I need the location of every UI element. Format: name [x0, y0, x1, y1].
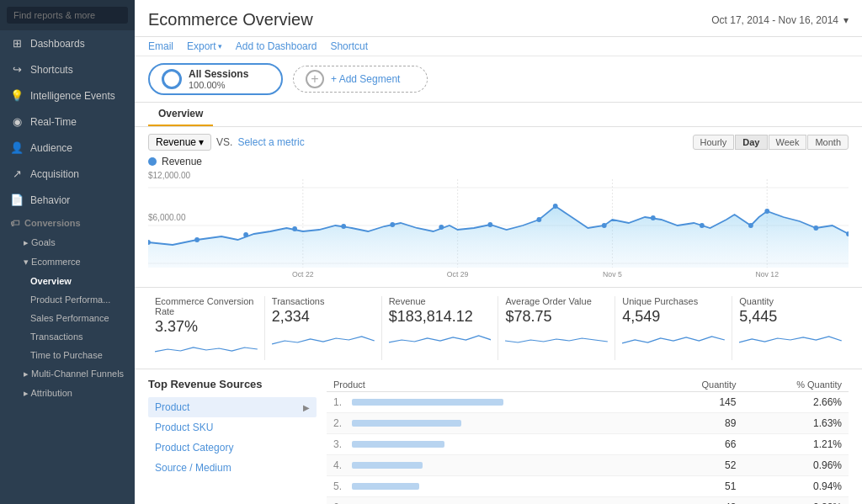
source-label-product: Product	[155, 401, 189, 413]
stat-label-conversion: Ecommerce Conversion Rate	[155, 296, 258, 316]
source-label-sku: Product SKU	[155, 422, 213, 433]
sidebar-label-realtime: Real-Time	[30, 116, 77, 128]
svg-text:Nov 5: Nov 5	[603, 270, 622, 279]
sidebar-subitem-sales-perf[interactable]: Sales Performance	[0, 309, 135, 327]
sidebar-item-realtime[interactable]: ◉ Real-Time	[0, 109, 135, 135]
stat-label-quantity: Quantity	[739, 296, 842, 306]
segment-bar: All Sessions 100.00% + + Add Segment	[135, 56, 862, 103]
time-hourly-button[interactable]: Hourly	[693, 135, 735, 150]
export-button[interactable]: Export ▾	[187, 40, 222, 52]
table-cell-pct: 0.96%	[742, 455, 849, 476]
revenue-sources-title: Top Revenue Sources	[148, 378, 317, 390]
revenue-sources-panel: Top Revenue Sources Product ▶ Product SK…	[148, 378, 317, 504]
email-button[interactable]: Email	[148, 40, 173, 52]
sparkline-unique	[622, 329, 725, 350]
sidebar-subitem-attribution[interactable]: ▸ Attribution	[0, 384, 135, 403]
time-month-button[interactable]: Month	[807, 135, 849, 150]
table-cell-product: 5.	[327, 476, 657, 497]
add-dashboard-button[interactable]: Add to Dashboard	[236, 40, 317, 52]
y-label-high: $12,000.00	[148, 171, 190, 180]
sidebar-subitem-transactions[interactable]: Transactions	[0, 327, 135, 346]
add-segment-button[interactable]: + + Add Segment	[293, 66, 428, 93]
stat-label-unique: Unique Purchases	[622, 296, 725, 306]
table-cell-quantity: 66	[657, 434, 742, 455]
svg-text:Oct 22: Oct 22	[292, 270, 314, 279]
tabs: Overview	[135, 103, 862, 127]
dashboards-icon: ⊞	[10, 37, 24, 50]
sidebar-item-acquisition[interactable]: ↗ Acquisition	[0, 161, 135, 187]
revenue-label-text: Revenue	[162, 156, 202, 167]
stat-revenue: Revenue $183,814.12	[382, 296, 499, 360]
realtime-icon: ◉	[10, 115, 24, 128]
sidebar-label-dashboards: Dashboards	[30, 38, 85, 50]
metric-revenue-button[interactable]: Revenue ▾	[148, 134, 211, 151]
calendar-icon: ▾	[843, 14, 849, 26]
stat-value-avg-order: $78.75	[505, 308, 608, 326]
time-week-button[interactable]: Week	[769, 135, 807, 150]
time-day-button[interactable]: Day	[735, 135, 767, 150]
segment-percent: 100.00%	[189, 80, 248, 90]
source-item-product-category[interactable]: Product Category	[148, 438, 317, 458]
select-metric-button[interactable]: Select a metric	[237, 136, 304, 148]
sidebar-subitem-ecommerce[interactable]: ▾ Ecommerce	[0, 252, 135, 272]
sidebar-item-dashboards[interactable]: ⊞ Dashboards	[0, 30, 135, 56]
stat-label-revenue: Revenue	[389, 296, 492, 306]
date-range-text: Oct 17, 2014 - Nov 16, 2014	[711, 14, 838, 26]
source-item-product-sku[interactable]: Product SKU	[148, 417, 317, 438]
table-cell-pct: 2.66%	[742, 392, 849, 413]
sidebar-item-behavior[interactable]: 📄 Behavior	[0, 187, 135, 213]
tab-overview[interactable]: Overview	[148, 103, 213, 126]
table-row: 1.1452.66%	[327, 392, 849, 413]
chart-container: $12,000.00 $6,000.00 Oct 22 Oct 29 Nov 5…	[148, 171, 849, 280]
svg-point-25	[764, 209, 769, 214]
svg-point-17	[439, 225, 444, 230]
sidebar-subitem-time-to-purchase[interactable]: Time to Purchase	[0, 346, 135, 364]
sparkline-quantity	[739, 329, 842, 350]
table-cell-quantity: 52	[657, 455, 742, 476]
table-cell-pct: 1.21%	[742, 434, 849, 455]
sidebar-subitem-overview[interactable]: Overview	[0, 272, 135, 290]
sidebar-subitem-goals[interactable]: ▸ Goals	[0, 233, 135, 252]
sidebar-item-intelligence[interactable]: 💡 Intelligence Events	[0, 82, 135, 109]
svg-point-13	[243, 232, 248, 237]
sidebar-item-audience[interactable]: 👤 Audience	[0, 135, 135, 161]
table-cell-pct: 0.94%	[742, 476, 849, 497]
segment-circle-icon	[162, 69, 182, 89]
svg-point-22	[651, 215, 656, 220]
stat-transactions: Transactions 2,334	[265, 296, 382, 360]
sparkline-conversion	[155, 339, 258, 360]
table-cell-product: 1.	[327, 392, 657, 413]
sidebar-item-conversions[interactable]: 🏷 Conversions	[0, 213, 135, 233]
col-header-pct-qty: % Quantity	[742, 378, 849, 392]
stat-avg-order: Average Order Value $78.75	[498, 296, 615, 360]
table-cell-pct: 0.88%	[742, 497, 849, 505]
all-sessions-segment[interactable]: All Sessions 100.00%	[148, 63, 283, 95]
source-item-product[interactable]: Product ▶	[148, 397, 317, 417]
search-input[interactable]	[7, 7, 128, 24]
toolbar: Email Export ▾ Add to Dashboard Shortcut	[135, 37, 862, 56]
sidebar-subitem-multi-channel[interactable]: ▸ Multi-Channel Funnels	[0, 364, 135, 384]
stats-row: Ecommerce Conversion Rate 3.37% Transact…	[135, 288, 862, 369]
sidebar: ⊞ Dashboards ↪ Shortcuts 💡 Intelligence …	[0, 0, 135, 504]
svg-point-12	[194, 237, 200, 242]
sidebar-item-shortcuts[interactable]: ↪ Shortcuts	[0, 56, 135, 82]
table-row: 3.661.21%	[327, 434, 849, 455]
sidebar-subitem-product-perf[interactable]: Product Performa...	[0, 290, 135, 309]
stat-unique-purchases: Unique Purchases 4,549	[615, 296, 732, 360]
page-header: Ecommerce Overview Oct 17, 2014 - Nov 16…	[135, 0, 862, 37]
metric-revenue-label: Revenue	[156, 136, 196, 148]
behavior-icon: 📄	[10, 194, 24, 206]
sparkline-transactions	[272, 329, 375, 350]
col-header-product: Product	[327, 378, 657, 392]
stat-value-unique: 4,549	[622, 308, 725, 326]
stat-value-transactions: 2,334	[272, 308, 375, 326]
audience-icon: 👤	[10, 141, 24, 154]
date-range[interactable]: Oct 17, 2014 - Nov 16, 2014 ▾	[711, 14, 849, 26]
svg-point-23	[700, 223, 705, 228]
source-item-source-medium[interactable]: Source / Medium	[148, 458, 317, 478]
shortcut-button[interactable]: Shortcut	[330, 40, 368, 52]
svg-point-20	[553, 204, 558, 209]
add-segment-icon: +	[306, 70, 324, 88]
y-label-mid: $6,000.00	[148, 213, 186, 222]
stat-quantity: Quantity 5,445	[732, 296, 849, 360]
